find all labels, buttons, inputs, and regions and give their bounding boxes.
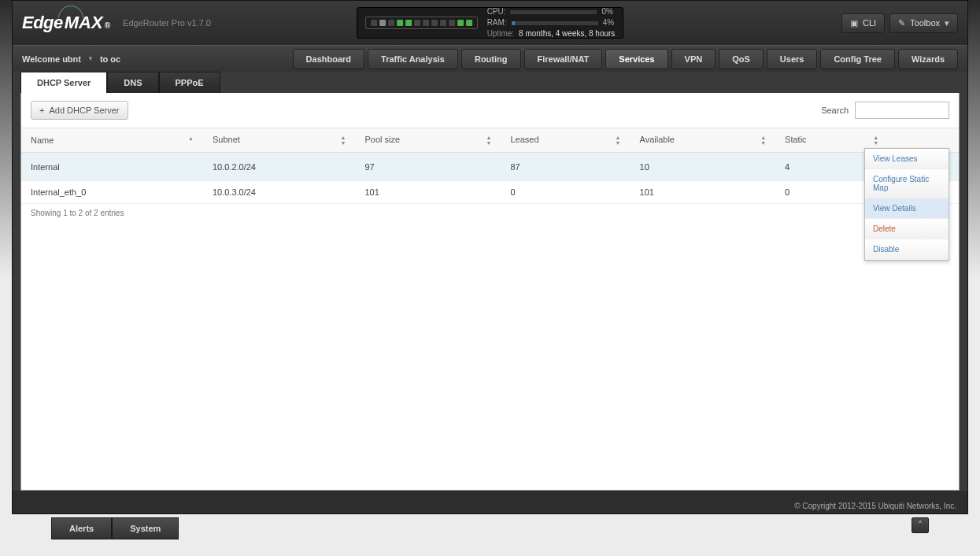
sort-icon: ▲▼ <box>486 135 492 146</box>
sort-icon: ▲▼ <box>760 135 766 146</box>
menu-view-details[interactable]: View Details <box>865 198 949 219</box>
uptime-label: Uptime: <box>487 28 514 39</box>
actions-dropdown: View Leases Configure Static Map View De… <box>864 148 949 261</box>
dock-system[interactable]: System <box>112 517 179 539</box>
port-icon <box>414 20 420 26</box>
port-icon <box>440 20 446 26</box>
toolbox-button[interactable]: ✎ Toolbox ▾ <box>889 13 958 33</box>
port-icon <box>379 20 386 26</box>
table-row[interactable]: Internal 10.0.2.0/24 97 87 10 4 Actions … <box>21 153 959 181</box>
cpu-percent: 0% <box>602 6 613 17</box>
port-icon <box>423 20 429 26</box>
table-row[interactable]: Internal_eth_0 10.0.3.0/24 101 0 101 0 <box>21 181 959 204</box>
cli-button[interactable]: ▣ CLI <box>841 13 885 33</box>
ram-bar <box>512 21 598 25</box>
stats-panel: CPU: 0% RAM: 4% Uptime: 8 months, 4 week… <box>357 7 624 39</box>
uptime-value: 8 months, 4 weeks, 8 hours <box>519 28 615 39</box>
welcome-text[interactable]: Welcome ubnt <box>22 54 81 64</box>
sort-icon: ▲▼ <box>616 135 621 146</box>
port-icon <box>388 20 394 26</box>
menu-configure-static-map[interactable]: Configure Static Map <box>865 169 949 198</box>
port-icon <box>405 20 412 26</box>
port-icon <box>371 20 377 26</box>
table-info: Showing 1 to 2 of 2 entries <box>21 204 959 222</box>
col-leased[interactable]: Leased▲▼ <box>501 128 630 153</box>
model-label: EdgeRouter Pro v1.7.0 <box>123 18 211 28</box>
cell-pool: 101 <box>355 181 501 204</box>
cell-leased: 87 <box>501 153 630 181</box>
tab-qos[interactable]: QoS <box>719 49 764 69</box>
tooc-text[interactable]: to oc <box>100 54 120 64</box>
tab-dashboard[interactable]: Dashboard <box>293 49 364 69</box>
cell-name: Internal_eth_0 <box>21 181 203 204</box>
search-input[interactable] <box>855 102 949 119</box>
col-name[interactable]: Name▲ <box>21 128 203 153</box>
subtab-pppoe[interactable]: PPPoE <box>159 72 220 93</box>
cpu-bar <box>511 10 597 14</box>
search-label: Search <box>821 106 849 115</box>
menu-disable[interactable]: Disable <box>865 239 949 260</box>
add-label: Add DHCP Server <box>49 106 119 115</box>
copyright-text: © Copyright 2012-2015 Ubiquiti Networks,… <box>13 499 967 513</box>
port-icon <box>466 20 472 26</box>
sort-icon: ▲▼ <box>341 135 346 146</box>
col-pool[interactable]: Pool size▲▼ <box>355 128 501 153</box>
tab-traffic[interactable]: Traffic Analysis <box>368 49 458 69</box>
subtab-dns[interactable]: DNS <box>107 72 158 93</box>
menu-view-leases[interactable]: View Leases <box>865 149 949 169</box>
col-available[interactable]: Available▲▼ <box>631 128 776 153</box>
ram-label: RAM: <box>487 17 507 28</box>
port-diagram <box>365 17 478 29</box>
tab-routing[interactable]: Routing <box>461 49 521 69</box>
logo-arc-icon <box>58 6 83 18</box>
port-icon <box>449 20 455 26</box>
ram-percent: 4% <box>603 17 614 28</box>
cell-pool: 97 <box>355 153 501 181</box>
cell-available: 10 <box>631 153 776 181</box>
chevron-down-icon: ▾ <box>945 18 949 28</box>
tab-services[interactable]: Services <box>605 49 668 69</box>
tab-wizards[interactable]: Wizards <box>898 49 958 69</box>
add-dhcp-server-button[interactable]: + Add DHCP Server <box>31 101 128 120</box>
cell-available: 101 <box>631 181 776 204</box>
toolbox-label: Toolbox <box>910 18 940 28</box>
dock-alerts[interactable]: Alerts <box>51 517 112 539</box>
chevron-down-icon: ▼ <box>87 55 94 62</box>
port-icon <box>397 20 403 26</box>
cli-label: CLI <box>863 18 876 28</box>
tab-firewall[interactable]: Firewall/NAT <box>524 49 603 69</box>
cell-name: Internal <box>21 153 203 181</box>
menu-delete[interactable]: Delete <box>865 219 949 239</box>
terminal-icon: ▣ <box>850 18 858 28</box>
cell-subnet: 10.0.3.0/24 <box>203 181 356 204</box>
port-icon <box>457 20 464 26</box>
plus-icon: + <box>39 106 44 115</box>
sort-asc-icon: ▲ <box>188 135 194 141</box>
tab-config[interactable]: Config Tree <box>820 49 895 69</box>
chevron-up-icon: ˄ <box>918 520 923 531</box>
tab-users[interactable]: Users <box>767 49 818 69</box>
sort-icon: ▲▼ <box>873 135 878 146</box>
collapse-button[interactable]: ˄ <box>912 517 929 533</box>
brand-part1: Edge <box>22 13 63 33</box>
tab-vpn[interactable]: VPN <box>671 49 716 69</box>
cell-leased: 0 <box>501 181 630 204</box>
subtab-dhcp[interactable]: DHCP Server <box>20 72 107 93</box>
col-subnet[interactable]: Subnet▲▼ <box>203 128 356 153</box>
wrench-icon: ✎ <box>898 18 905 28</box>
cell-subnet: 10.0.2.0/24 <box>203 153 356 181</box>
cpu-label: CPU: <box>487 6 506 17</box>
port-icon <box>431 20 438 26</box>
